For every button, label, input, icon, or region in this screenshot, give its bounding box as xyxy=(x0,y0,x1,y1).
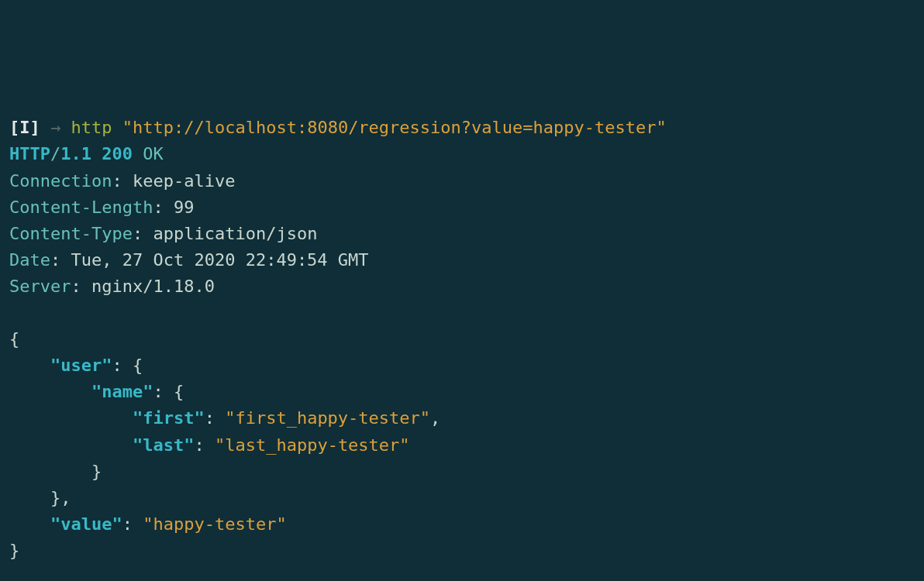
header-value: nginx/1.18.0 xyxy=(91,277,215,296)
header-key: Server xyxy=(9,277,71,296)
prompt-mode: [I] xyxy=(9,118,40,137)
colon: : xyxy=(50,250,71,270)
http-version: 1.1 xyxy=(60,144,91,163)
json-value-first: "first_happy-tester" xyxy=(225,408,430,428)
brace-close: } xyxy=(9,541,19,560)
header-key: Connection xyxy=(9,171,112,191)
header-value: keep-alive xyxy=(133,171,235,191)
json-body: { "user": { "name": { "first": "first_ha… xyxy=(9,329,440,560)
status-line: HTTP/1.1 200 OK xyxy=(9,144,164,163)
indent xyxy=(9,382,91,401)
comma: , xyxy=(430,408,440,428)
indent xyxy=(9,356,50,375)
prompt-arrow-icon: → xyxy=(50,118,60,137)
brace-close: } xyxy=(91,462,102,481)
json-key-user: "user" xyxy=(50,356,112,375)
json-value-value: "happy-tester" xyxy=(143,514,286,534)
brace-open: { xyxy=(133,356,143,375)
command-url: "http://localhost:8080/regression?value=… xyxy=(122,118,667,137)
json-key-last: "last" xyxy=(133,435,194,455)
colon: : xyxy=(71,277,91,296)
header-server: Server: nginx/1.18.0 xyxy=(9,277,215,296)
status-code: 200 xyxy=(102,144,133,163)
indent xyxy=(9,514,50,534)
json-key-value: "value" xyxy=(50,514,122,534)
colon: : xyxy=(205,408,226,428)
brace-open: { xyxy=(9,329,19,349)
command-name: http xyxy=(71,118,112,137)
header-date: Date: Tue, 27 Oct 2020 22:49:54 GMT xyxy=(9,250,369,270)
protocol: HTTP xyxy=(9,144,50,163)
terminal: [I] → http "http://localhost:8080/regres… xyxy=(9,115,915,564)
json-key-name: "name" xyxy=(91,382,153,401)
slash: / xyxy=(50,144,60,163)
header-value: application/json xyxy=(153,224,317,243)
indent xyxy=(9,488,50,507)
colon: : xyxy=(112,356,133,375)
header-content-type: Content-Type: application/json xyxy=(9,224,317,243)
header-key: Content-Length xyxy=(9,198,153,217)
brace-open: { xyxy=(174,382,184,401)
header-key: Content-Type xyxy=(9,224,133,243)
colon: : xyxy=(122,514,143,534)
header-value: Tue, 27 Oct 2020 22:49:54 GMT xyxy=(71,250,368,270)
header-content-length: Content-Length: 99 xyxy=(9,198,194,217)
json-key-first: "first" xyxy=(133,408,205,428)
header-key: Date xyxy=(9,250,50,270)
indent xyxy=(9,435,133,455)
brace-close-comma: }, xyxy=(50,488,71,507)
colon: : xyxy=(153,198,174,217)
json-value-last: "last_happy-tester" xyxy=(215,435,410,455)
colon: : xyxy=(133,224,153,243)
colon: : xyxy=(194,435,215,455)
indent xyxy=(9,408,133,428)
indent xyxy=(9,462,91,481)
status-reason: OK xyxy=(143,144,164,163)
header-value: 99 xyxy=(174,198,195,217)
header-connection: Connection: keep-alive xyxy=(9,171,235,191)
colon: : xyxy=(112,171,133,191)
prompt-line: [I] → http "http://localhost:8080/regres… xyxy=(9,118,667,137)
colon: : xyxy=(153,382,174,401)
